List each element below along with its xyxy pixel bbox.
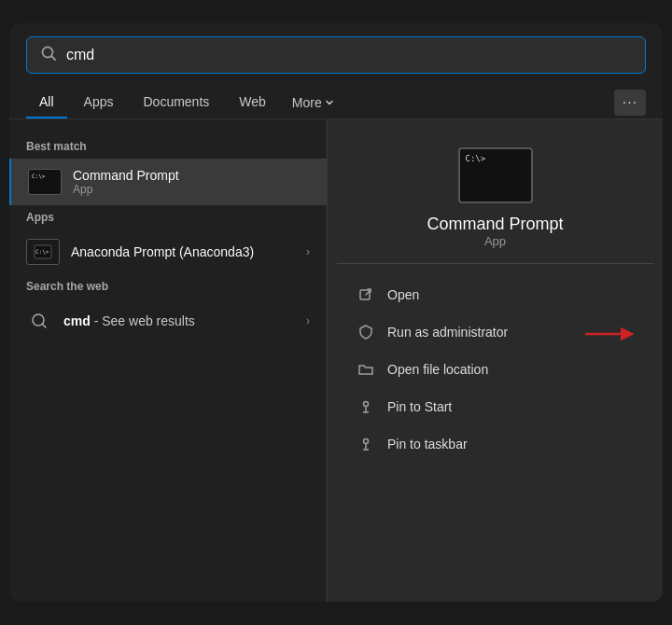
- cmd-icon: [28, 169, 62, 195]
- pin-taskbar-label: Pin to taskbar: [387, 437, 468, 451]
- tab-all[interactable]: All: [26, 87, 67, 118]
- svg-point-12: [364, 439, 369, 444]
- svg-point-9: [364, 402, 369, 407]
- web-query-bold: cmd: [63, 313, 91, 328]
- anaconda-text: Anaconda Prompt (Anaconda3): [71, 244, 295, 259]
- anaconda-chevron-icon: ›: [306, 245, 310, 258]
- right-header: Command Prompt App: [328, 119, 663, 263]
- web-query-name: cmd - See web results: [63, 313, 295, 328]
- chevron-down-icon: [325, 95, 334, 110]
- open-file-location-label: Open file location: [387, 362, 488, 377]
- web-search-label: Search the web: [9, 274, 327, 299]
- search-input[interactable]: [66, 47, 632, 63]
- action-open-file-location[interactable]: Open file location: [346, 352, 644, 387]
- best-match-item[interactable]: Command Prompt App: [9, 159, 327, 205]
- action-run-admin-wrapper: Run as administrator: [346, 314, 644, 350]
- best-match-sub: App: [73, 183, 310, 196]
- left-panel: Best match Command Prompt App Apps C:\>: [9, 119, 327, 602]
- web-search-icon: [26, 308, 52, 334]
- svg-text:C:\>: C:\>: [35, 248, 49, 255]
- tabs-bar: All Apps Documents Web More ···: [9, 87, 663, 119]
- web-search-chevron-icon: ›: [306, 314, 310, 327]
- web-search-item[interactable]: cmd - See web results ›: [9, 299, 327, 343]
- action-pin-start[interactable]: Pin to Start: [346, 389, 644, 424]
- anaconda-name: Anaconda Prompt (Anaconda3): [71, 244, 295, 259]
- web-query-suffix: - See web results: [91, 313, 195, 328]
- best-match-text: Command Prompt App: [73, 168, 310, 196]
- svg-line-1: [52, 57, 56, 61]
- action-open[interactable]: Open: [346, 277, 644, 312]
- web-query-text: cmd - See web results: [63, 313, 295, 328]
- right-title-wrapper: Command Prompt App: [427, 215, 563, 248]
- open-icon: [357, 286, 374, 303]
- search-input-wrapper: [26, 36, 646, 74]
- right-panel: Command Prompt App Open: [327, 119, 663, 602]
- folder-icon: [357, 361, 374, 378]
- tab-apps[interactable]: Apps: [71, 87, 127, 118]
- right-title: Command Prompt: [427, 215, 563, 234]
- apps-label: Apps: [9, 205, 327, 229]
- svg-line-5: [43, 325, 47, 328]
- shield-icon: [357, 324, 374, 340]
- svg-point-0: [43, 48, 53, 58]
- best-match-label: Best match: [9, 134, 327, 159]
- action-pin-taskbar[interactable]: Pin to taskbar: [346, 426, 644, 462]
- anaconda-item[interactable]: C:\> Anaconda Prompt (Anaconda3) ›: [9, 229, 327, 274]
- more-options-button[interactable]: ···: [614, 90, 646, 116]
- right-actions: Open Run as administrator: [328, 264, 663, 475]
- open-label: Open: [387, 287, 419, 302]
- main-content: Best match Command Prompt App Apps C:\>: [9, 119, 663, 602]
- tab-more[interactable]: More: [283, 88, 343, 118]
- search-bar: [9, 23, 663, 87]
- pin-start-label: Pin to Start: [387, 399, 452, 414]
- run-admin-label: Run as administrator: [387, 325, 508, 340]
- search-icon: [40, 45, 57, 65]
- best-match-name: Command Prompt: [73, 168, 310, 183]
- tab-web[interactable]: Web: [226, 87, 279, 118]
- pin-taskbar-icon: [357, 436, 374, 452]
- pin-start-icon: [357, 398, 374, 415]
- action-run-admin[interactable]: Run as administrator: [346, 314, 644, 350]
- search-window: All Apps Documents Web More ··· Best mat…: [9, 23, 663, 602]
- anaconda-icon: C:\>: [26, 239, 60, 265]
- right-subtitle: App: [427, 234, 563, 248]
- tab-documents[interactable]: Documents: [130, 87, 222, 118]
- cmd-large-icon: [458, 147, 533, 203]
